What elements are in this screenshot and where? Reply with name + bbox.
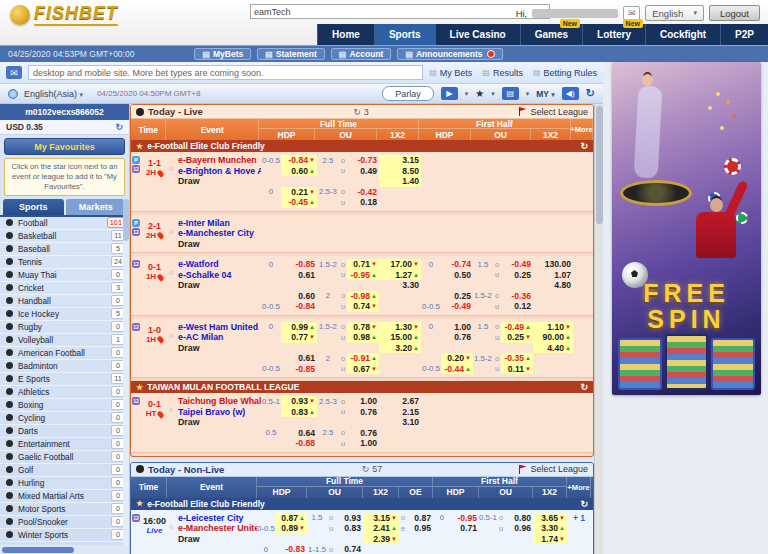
ft-ou-odds[interactable]: 0.74▼ (347, 301, 379, 312)
sidebar-item-volleyball[interactable]: Volleyball1 (0, 334, 129, 347)
sidebar-item-gaelic-football[interactable]: Gaelic Football0 (0, 451, 129, 464)
main-scrollbar[interactable] (594, 104, 603, 554)
logout-button[interactable]: Logout (709, 5, 760, 21)
odds-language[interactable]: English(Asia) ▾ (24, 89, 83, 99)
fh-hdp-odds[interactable]: 0.50 (441, 270, 473, 281)
fh-ou-odds[interactable]: 0.11▼ (501, 364, 533, 375)
tab-home[interactable]: Home (317, 24, 374, 45)
ft-hdp-odds[interactable]: -0.85 (281, 364, 317, 375)
ft-hdp-odds[interactable]: 0.60 (281, 291, 317, 302)
parlay-button[interactable]: Parlay (382, 86, 434, 101)
ft-hdp-odds[interactable]: -0.84 (281, 301, 317, 312)
stats-icon[interactable]: 12 (132, 323, 140, 331)
ft-1x2-odds[interactable]: 3.30 (379, 280, 421, 291)
league-refresh-icon[interactable]: ↻ (580, 382, 588, 392)
ft-ou-odds[interactable]: -0.73 (347, 155, 379, 166)
league-refresh-icon[interactable]: ↻ (580, 499, 588, 509)
event-count[interactable]: ↻57 (362, 464, 383, 474)
ft-1x2-odds[interactable]: 3.20▲ (379, 343, 421, 354)
ft-1x2-odds[interactable]: 3.15▼ (363, 513, 399, 524)
ft-oe-odds[interactable]: 0.87 (407, 513, 433, 524)
balance-refresh-icon[interactable]: ↻ (115, 122, 123, 132)
fh-ou-odds[interactable]: -0.49 (501, 259, 533, 270)
fh-1x2-odds[interactable]: 4.40▲ (533, 343, 573, 354)
ft-hdp-odds[interactable]: 0.64 (281, 428, 317, 439)
sidebar-item-tennis[interactable]: Tennis24 (0, 256, 129, 269)
ft-1x2-odds[interactable]: 8.50 (379, 166, 421, 177)
ft-ou-odds[interactable]: 0.83 (335, 523, 363, 534)
sidebar-item-pool-snooker[interactable]: Pool/Snooker0 (0, 516, 129, 529)
mybets-button[interactable]: ▤MyBets (194, 48, 251, 60)
fh-hdp-odds[interactable]: 0.76 (441, 332, 473, 343)
sidebar-vscrollbar[interactable] (123, 199, 129, 545)
star-icon[interactable]: ★ (136, 383, 143, 392)
sidebar-item-e-sports[interactable]: E Sports11 (0, 373, 129, 386)
tab-lottery[interactable]: LotteryNew (582, 24, 645, 45)
statement-button[interactable]: ▤Statement (257, 48, 325, 60)
ft-ou-odds[interactable]: 0.18 (347, 197, 379, 208)
ft-hdp-odds[interactable]: -0.45▲ (281, 197, 317, 208)
tab-p2p[interactable]: P2P (720, 24, 768, 45)
sidebar-item-ice-hockey[interactable]: Ice Hockey5 (0, 308, 129, 321)
league-refresh-icon[interactable]: ↻ (580, 141, 588, 151)
sidebar-item-cycling[interactable]: Cycling0 (0, 412, 129, 425)
event-count[interactable]: ↻3 (353, 107, 369, 117)
my-favourites-button[interactable]: My Favourites (4, 138, 125, 155)
ft-hdp-odds[interactable]: 0.93▼ (281, 396, 317, 407)
sidebar-item-baseball[interactable]: Baseball5 (0, 243, 129, 256)
mail-icon[interactable]: ✉ (623, 6, 640, 20)
fh-hdp-odds[interactable]: 0.25 (441, 291, 473, 302)
tab-sports[interactable]: Sports (374, 24, 435, 45)
sidebar-item-muay-thai[interactable]: Muay Thai0 (0, 269, 129, 282)
fh-hdp-odds[interactable]: -0.74 (441, 259, 473, 270)
tab-sports[interactable]: Sports (3, 199, 64, 215)
announcements-button[interactable]: ▤Announcements (397, 48, 502, 60)
ft-ou-odds[interactable]: -0.98▲ (347, 291, 379, 302)
fh-ou-odds[interactable]: 0.25 (501, 270, 533, 281)
favourite-toggle-icon[interactable]: ○ (169, 523, 173, 530)
ft-ou-odds[interactable]: 0.76 (347, 407, 379, 418)
ft-hdp-odds[interactable]: -0.88 (281, 438, 317, 449)
ft-hdp-odds[interactable]: -0.84▼ (281, 155, 317, 166)
select-league-button[interactable]: Select League (519, 107, 588, 117)
fh-hdp-odds[interactable]: -0.44▲ (441, 364, 473, 375)
fh-ou-odds[interactable]: 0.96 (505, 523, 533, 534)
ft-1x2-odds[interactable]: 2.15 (379, 407, 421, 418)
fh-ou-odds[interactable]: 0.12 (501, 301, 533, 312)
fh-1x2-odds[interactable]: 1.07 (533, 270, 573, 281)
sound-icon[interactable]: ◀) (562, 87, 579, 100)
odds-type-dropdown[interactable]: MY ▾ (536, 89, 555, 99)
sidebar-item-rugby[interactable]: Rugby0 (0, 321, 129, 334)
pitch-icon[interactable]: P (132, 219, 140, 227)
sidebar-item-basketball[interactable]: Basketball11 (0, 230, 129, 243)
tab-markets[interactable]: Markets (66, 199, 127, 215)
fh-ou-odds[interactable]: -0.35▲ (501, 353, 533, 364)
sidebar-item-badminton[interactable]: Badminton0 (0, 360, 129, 373)
sidebar-item-mixed-martial-arts[interactable]: Mixed Martial Arts0 (0, 490, 129, 503)
ft-hdp-odds[interactable]: 0.89▼ (275, 523, 307, 534)
ft-hdp-odds[interactable]: -0.83 (275, 544, 307, 554)
favourite-toggle-icon[interactable]: ○ (169, 228, 173, 235)
sidebar-item-american-football[interactable]: American Football0 (0, 347, 129, 360)
sidebar-item-handball[interactable]: Handball0 (0, 295, 129, 308)
sidebar-item-golf[interactable]: Golf0 (0, 464, 129, 477)
ft-ou-odds[interactable]: 0.98▲ (347, 332, 379, 343)
account-button[interactable]: ▤Account (331, 48, 392, 60)
ft-ou-odds[interactable]: 0.78▼ (347, 322, 379, 333)
logo[interactable]: FISHBET (10, 4, 118, 26)
ft-1x2-odds[interactable]: 1.27▲ (379, 270, 421, 281)
ft-ou-odds[interactable]: 1.00 (347, 396, 379, 407)
ft-ou-odds[interactable]: -0.42 (347, 187, 379, 198)
sidebar-item-cricket[interactable]: Cricket3 (0, 282, 129, 295)
sidebar-item-football[interactable]: Football101 (0, 217, 129, 230)
stats-icon[interactable]: 12 (132, 228, 140, 236)
view-dropdown[interactable]: ▤ (502, 87, 519, 100)
fh-1x2-odds[interactable]: 4.80 (533, 280, 573, 291)
fh-hdp-odds[interactable]: 1.00 (441, 322, 473, 333)
star-icon[interactable]: ★ (136, 142, 143, 151)
favourite-toggle-icon[interactable]: ○ (169, 406, 173, 413)
ft-hdp-odds[interactable]: 0.61 (281, 270, 317, 281)
top-text-input[interactable] (250, 4, 550, 19)
ft-1x2-odds[interactable]: 1.40 (379, 176, 421, 187)
sidebar-item-hurling[interactable]: Hurling0 (0, 477, 129, 490)
